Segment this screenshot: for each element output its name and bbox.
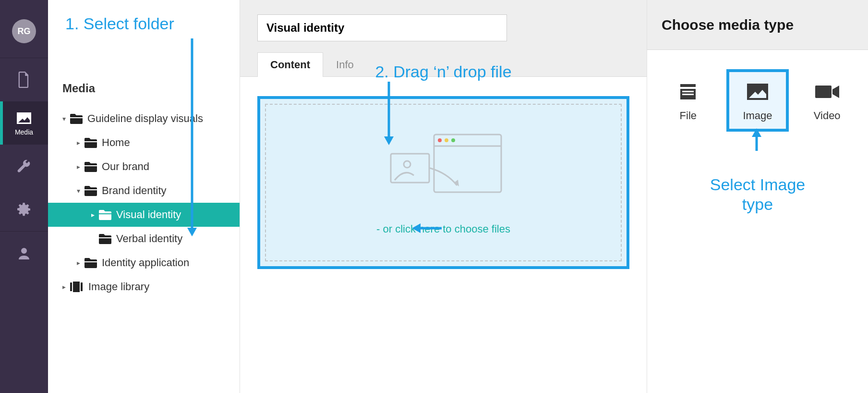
gear-icon [16, 201, 32, 218]
svg-point-9 [451, 138, 455, 142]
folder-icon [99, 209, 111, 220]
rail-item-content[interactable] [0, 58, 48, 101]
tree-node-label: Home [102, 136, 130, 149]
folder-icon [84, 161, 97, 172]
media-type-panel: Choose media type File Image Video Selec… [647, 0, 868, 393]
image-icon [745, 82, 771, 102]
chevron-right-icon: ▸ [74, 163, 83, 171]
tree-top-spacer [48, 0, 240, 82]
chevron-right-icon: ▸ [88, 211, 97, 219]
annotation-3-text: Select Imagetype [710, 175, 805, 214]
svg-rect-12 [682, 91, 694, 92]
avatar-initials: RG [18, 26, 31, 37]
chevron-right-icon: ▸ [74, 139, 83, 147]
tree-node-home[interactable]: ▸ Home [48, 131, 240, 155]
media-type-cards: File Image Video Select Imagetype [647, 50, 868, 151]
media-card-video[interactable]: Video [796, 69, 858, 132]
folder-icon [84, 258, 97, 268]
media-card-label: Video [814, 110, 841, 122]
tree-node-guideline-display-visuals[interactable]: ▾ Guideline display visuals [48, 107, 240, 131]
svg-rect-2 [81, 282, 83, 291]
media-card-file[interactable]: File [657, 69, 720, 132]
folder-icon [99, 233, 111, 244]
main-body: 2. Drag ‘n’ drop file [240, 77, 647, 393]
media-type-heading: Choose media type [647, 0, 868, 50]
user-icon [16, 245, 32, 261]
rail-item-media[interactable]: Media [0, 101, 48, 145]
document-icon [16, 72, 32, 88]
tree-node-label: Visual identity [116, 209, 181, 221]
tree-node-label: Image library [88, 281, 149, 293]
dropzone-illustration-icon [381, 130, 506, 209]
tree-node-image-library[interactable]: ▸ Image library [48, 275, 240, 299]
svg-point-7 [438, 138, 442, 142]
media-tree: ▾ Guideline display visuals ▸ Home ▸ [48, 107, 240, 299]
video-icon [814, 82, 840, 102]
tab-content[interactable]: Content [257, 52, 323, 77]
rail-item-label: Media [15, 128, 33, 136]
svg-point-8 [445, 138, 448, 142]
annotation-2-text: 2. Drag ‘n’ drop file [375, 62, 511, 81]
chevron-right-icon: ▸ [60, 283, 68, 291]
media-card-label: Image [743, 110, 772, 122]
svg-point-6 [404, 161, 410, 168]
tree-node-label: Brand identity [102, 184, 167, 197]
svg-rect-0 [70, 282, 72, 291]
tab-info[interactable]: Info [323, 52, 367, 77]
tree-node-our-brand[interactable]: ▸ Our brand [48, 155, 240, 179]
chevron-right-icon: ▸ [74, 259, 83, 267]
folder-icon [84, 185, 97, 196]
rail-item-developer[interactable] [0, 145, 48, 188]
media-card-label: File [680, 110, 697, 122]
dropzone-inner: - or click here to choose files [265, 104, 622, 261]
tree-node-visual-identity[interactable]: ▸ Visual identity [48, 203, 240, 227]
image-library-icon [70, 282, 84, 292]
tree-node-label: Our brand [102, 160, 149, 173]
dropzone-choose-link[interactable]: - or click here to choose files [376, 223, 510, 235]
chevron-down-icon: ▾ [74, 187, 83, 195]
svg-rect-14 [815, 86, 832, 98]
svg-rect-3 [434, 135, 501, 192]
chevron-down-icon: ▾ [60, 115, 68, 123]
tree-node-identity-application[interactable]: ▸ Identity application [48, 251, 240, 275]
tree-node-label: Guideline display visuals [87, 112, 203, 125]
wrench-icon [16, 158, 32, 174]
svg-rect-10 [680, 84, 696, 87]
media-card-image[interactable]: Image [726, 69, 789, 132]
tree-node-verbal-identity[interactable]: Verbal identity [48, 227, 240, 251]
svg-rect-13 [682, 94, 694, 95]
folder-icon [84, 137, 97, 148]
title-input[interactable] [257, 14, 507, 41]
picture-icon [16, 110, 32, 126]
tree-node-label: Verbal identity [116, 233, 182, 245]
tree-panel: Media ▾ Guideline display visuals ▸ Home [48, 0, 240, 393]
svg-rect-1 [73, 282, 80, 292]
avatar[interactable]: RG [12, 19, 36, 43]
rail-item-settings[interactable] [0, 188, 48, 231]
rail-item-users[interactable] [0, 232, 48, 275]
folder-icon [70, 113, 83, 124]
tree-node-label: Identity application [102, 257, 189, 269]
main-panel: Content Info 2. Drag ‘n’ drop file [240, 0, 647, 393]
dropzone[interactable]: - or click here to choose files [257, 96, 629, 269]
file-icon [675, 82, 701, 102]
tree-node-brand-identity[interactable]: ▾ Brand identity [48, 179, 240, 203]
tree-heading: Media [48, 82, 240, 95]
nav-rail: RG Media [0, 0, 48, 393]
